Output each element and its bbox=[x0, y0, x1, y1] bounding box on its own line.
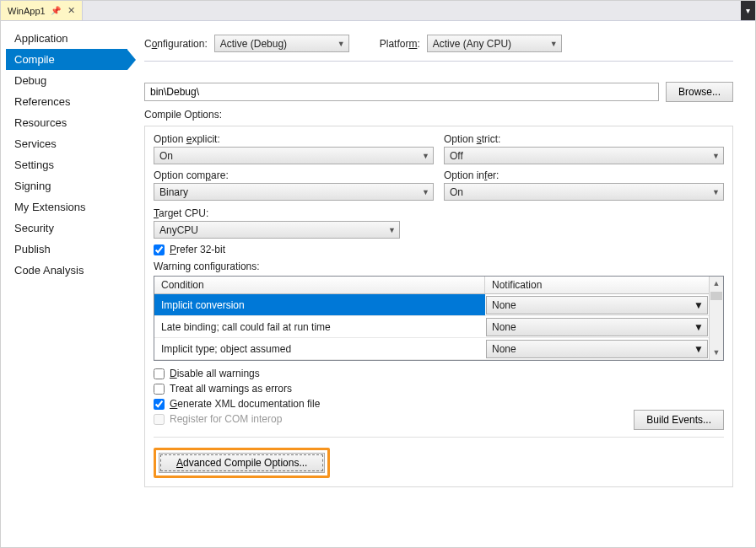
chevron-down-icon: ▼ bbox=[712, 152, 720, 160]
chevron-down-icon: ▼ bbox=[550, 40, 558, 48]
sidebar-item-my-extensions[interactable]: My Extensions bbox=[6, 196, 127, 218]
option-strict-combo[interactable]: Off▼ bbox=[444, 147, 724, 164]
option-compare-label: Option compare: bbox=[154, 169, 434, 181]
document-tab[interactable]: WinApp1 📌 ✕ bbox=[1, 1, 83, 20]
sidebar-item-references[interactable]: References bbox=[6, 91, 127, 112]
prefer-32bit-label: Prefer 32-bit bbox=[170, 244, 225, 255]
treat-as-errors-label: Treat all warnings as errors bbox=[170, 383, 292, 395]
notification-combo[interactable]: None▼ bbox=[486, 296, 708, 314]
configuration-combo[interactable]: Active (Debug)▼ bbox=[214, 35, 349, 52]
compile-options-title: Compile Options: bbox=[144, 109, 733, 121]
scroll-up-icon[interactable]: ▲ bbox=[710, 277, 723, 291]
col-condition[interactable]: Condition bbox=[154, 277, 485, 293]
output-path-input[interactable] bbox=[144, 83, 659, 101]
tab-title: WinApp1 bbox=[8, 6, 46, 16]
sidebar-item-compile[interactable]: Compile bbox=[6, 49, 127, 70]
treat-as-errors-checkbox[interactable] bbox=[154, 384, 165, 395]
tab-overflow-dropdown[interactable]: ▾ bbox=[741, 1, 755, 20]
sidebar-item-publish[interactable]: Publish bbox=[6, 239, 127, 260]
option-explicit-combo[interactable]: On▼ bbox=[154, 147, 434, 164]
sidebar-item-security[interactable]: Security bbox=[6, 218, 127, 239]
disable-warnings-checkbox[interactable] bbox=[154, 368, 165, 379]
warning-config-table[interactable]: Condition Notification Implicit conversi… bbox=[154, 276, 724, 361]
chevron-down-icon: ▼ bbox=[422, 152, 429, 160]
table-row[interactable]: Implicit type; object assumed None▼ bbox=[154, 338, 709, 360]
sidebar-item-settings[interactable]: Settings bbox=[6, 154, 127, 175]
platform-combo[interactable]: Active (Any CPU)▼ bbox=[427, 35, 562, 52]
scroll-down-icon[interactable]: ▼ bbox=[710, 346, 723, 360]
browse-button[interactable]: Browse... bbox=[666, 82, 733, 102]
chevron-down-icon: ▼ bbox=[422, 188, 429, 196]
table-header: Condition Notification bbox=[154, 277, 723, 294]
platform-label: Platform: bbox=[380, 38, 420, 50]
register-com-checkbox bbox=[154, 414, 165, 425]
sidebar-item-signing[interactable]: Signing bbox=[6, 175, 127, 196]
chevron-down-icon: ▼ bbox=[694, 321, 704, 333]
sidebar-item-resources[interactable]: Resources bbox=[6, 112, 127, 133]
compile-options-panel: Option explicit: On▼ Option strict: Off▼… bbox=[144, 126, 733, 487]
scrollbar[interactable]: ▲ ▼ bbox=[709, 277, 723, 360]
option-strict-label: Option strict: bbox=[444, 133, 724, 145]
chevron-down-icon: ▼ bbox=[338, 40, 345, 48]
tab-bar: WinApp1 📌 ✕ ▾ bbox=[1, 1, 755, 21]
warning-config-label: Warning configurations: bbox=[154, 261, 724, 272]
option-compare-combo[interactable]: Binary▼ bbox=[154, 183, 434, 201]
configuration-label: Configuration: bbox=[144, 38, 208, 50]
sidebar-item-debug[interactable]: Debug bbox=[6, 70, 127, 91]
chevron-down-icon: ▼ bbox=[694, 299, 704, 311]
prefer-32bit-checkbox[interactable] bbox=[154, 244, 165, 255]
col-notification[interactable]: Notification bbox=[485, 277, 723, 293]
sidebar-item-application[interactable]: Application bbox=[6, 28, 127, 49]
table-row[interactable]: Implicit conversion None▼ bbox=[154, 294, 709, 316]
target-cpu-label: Target CPU: bbox=[154, 207, 724, 219]
chevron-down-icon: ▼ bbox=[388, 226, 396, 234]
divider bbox=[154, 437, 724, 438]
option-infer-combo[interactable]: On▼ bbox=[444, 183, 724, 201]
pin-icon[interactable]: 📌 bbox=[51, 6, 61, 15]
chevron-down-icon: ▼ bbox=[712, 188, 720, 196]
highlight-annotation: Advanced Compile Options... bbox=[154, 448, 330, 478]
generate-xml-checkbox[interactable] bbox=[154, 399, 165, 410]
divider bbox=[144, 61, 733, 62]
table-row[interactable]: Late binding; call could fail at run tim… bbox=[154, 316, 709, 338]
disable-warnings-label: Disable all warnings bbox=[170, 368, 260, 379]
generate-xml-label: Generate XML documentation file bbox=[170, 398, 320, 410]
sidebar-item-services[interactable]: Services bbox=[6, 133, 127, 154]
option-explicit-label: Option explicit: bbox=[154, 133, 434, 145]
notification-combo[interactable]: None▼ bbox=[486, 318, 708, 336]
build-events-button[interactable]: Build Events... bbox=[634, 410, 724, 430]
notification-combo[interactable]: None▼ bbox=[486, 340, 708, 358]
sidebar-item-code-analysis[interactable]: Code Analysis bbox=[6, 260, 127, 281]
target-cpu-combo[interactable]: AnyCPU▼ bbox=[154, 221, 400, 239]
property-page-sidebar: Application Compile Debug References Res… bbox=[1, 21, 127, 547]
chevron-down-icon: ▼ bbox=[694, 343, 704, 355]
compile-page: Configuration: Active (Debug)▼ Platform:… bbox=[127, 21, 755, 547]
advanced-compile-options-button[interactable]: Advanced Compile Options... bbox=[159, 453, 325, 473]
close-icon[interactable]: ✕ bbox=[66, 5, 77, 16]
option-infer-label: Option infer: bbox=[444, 169, 724, 181]
register-com-label: Register for COM interop bbox=[170, 413, 282, 425]
